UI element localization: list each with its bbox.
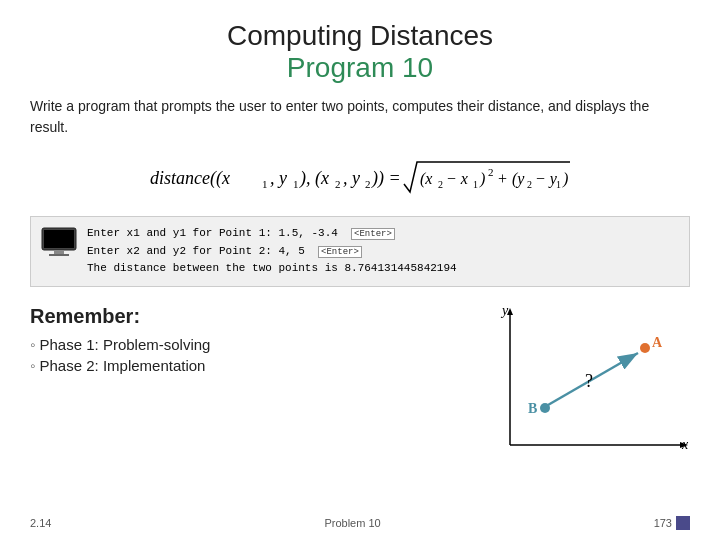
- footer-right-area: 173: [654, 516, 690, 530]
- svg-text:x: x: [681, 437, 689, 452]
- svg-text:+: +: [498, 170, 507, 187]
- title-line1: Computing Distances: [30, 20, 690, 52]
- svg-text:2: 2: [488, 166, 494, 178]
- formula-area: distance((x 1 , y 1 ), (x 2 , y 2 )) = (…: [30, 152, 690, 200]
- svg-text:2: 2: [527, 179, 532, 190]
- svg-rect-23: [44, 230, 74, 248]
- svg-text:2: 2: [365, 178, 371, 190]
- svg-text:− x: − x: [446, 170, 468, 187]
- monitor-icon: [41, 227, 77, 257]
- svg-text:B: B: [528, 401, 537, 416]
- svg-text:1: 1: [293, 178, 299, 190]
- svg-text:2: 2: [438, 179, 443, 190]
- enter-key-2: <Enter>: [318, 246, 362, 258]
- terminal-line1-text: Enter x1 and y1 for Point 1: 1.5, -3.4: [87, 227, 338, 239]
- enter-key-1: <Enter>: [351, 228, 395, 240]
- svg-text:(y: (y: [512, 170, 525, 188]
- svg-text:): ): [479, 170, 485, 188]
- remember-list: Phase 1: Problem-solving Phase 2: Implem…: [30, 334, 474, 376]
- svg-text:?: ?: [585, 371, 593, 391]
- footer-center-label: Problem 10: [324, 517, 380, 529]
- terminal-text: Enter x1 and y1 for Point 1: 1.5, -3.4 <…: [87, 225, 457, 278]
- svg-text:, y: , y: [270, 168, 287, 188]
- terminal-line3-text: The distance between the two points is 8…: [87, 260, 457, 278]
- graph-area: x y B A ?: [490, 305, 690, 465]
- description-text: Write a program that prompts the user to…: [30, 96, 690, 138]
- svg-rect-24: [54, 250, 64, 254]
- title-line2: Program 10: [30, 52, 690, 84]
- footer-icon: [676, 516, 690, 530]
- terminal-line2-text: Enter x2 and y2 for Point 2: 4, 5: [87, 245, 305, 257]
- svg-text:1: 1: [473, 179, 478, 190]
- svg-line-33: [548, 353, 638, 405]
- footer-page-number-right: 173: [654, 517, 672, 529]
- svg-text:1: 1: [262, 178, 268, 190]
- svg-text:1: 1: [556, 179, 561, 190]
- svg-rect-25: [49, 254, 69, 256]
- remember-title: Remember:: [30, 305, 474, 328]
- svg-text:2: 2: [335, 178, 341, 190]
- remember-block: Remember: Phase 1: Problem-solving Phase…: [30, 305, 474, 465]
- terminal-block: Enter x1 and y1 for Point 1: 1.5, -3.4 <…: [30, 216, 690, 287]
- svg-text:A: A: [652, 335, 663, 350]
- footer-page-number-left: 2.14: [30, 517, 51, 529]
- svg-point-36: [640, 343, 650, 353]
- remember-item-1: Phase 1: Problem-solving: [30, 334, 474, 355]
- svg-point-34: [540, 403, 550, 413]
- svg-text:), (x: ), (x: [299, 168, 329, 189]
- svg-text:y: y: [500, 305, 509, 318]
- svg-text:− y: − y: [535, 170, 558, 188]
- svg-text:)) =: )) =: [371, 168, 401, 189]
- svg-text:distance((x: distance((x: [150, 168, 230, 189]
- remember-item-2: Phase 2: Implementation: [30, 355, 474, 376]
- footer: 2.14 Problem 10 173: [30, 512, 690, 530]
- svg-text:(x: (x: [420, 170, 432, 188]
- svg-text:): ): [562, 170, 568, 188]
- svg-text:, y: , y: [343, 168, 360, 188]
